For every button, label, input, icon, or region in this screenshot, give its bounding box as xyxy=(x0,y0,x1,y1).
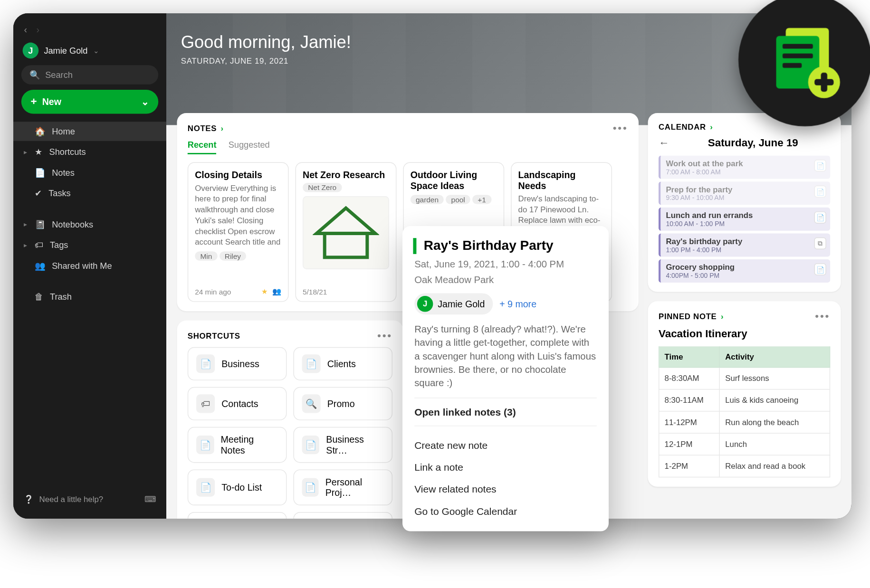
popup-action[interactable]: Go to Google Calendar xyxy=(414,500,597,522)
star-icon: ★ xyxy=(261,287,268,296)
pinned-note-panel: PINNED NOTE› ••• Vacation Itinerary Time… xyxy=(648,301,841,487)
more-attendees-link[interactable]: + 9 more xyxy=(499,299,536,309)
event-note-icon[interactable]: 📄 xyxy=(814,186,826,198)
calendar-event[interactable]: Grocery shopping4:00PM - 5:00 PM📄 xyxy=(659,259,830,283)
note-tag: +1 xyxy=(472,195,491,204)
people-icon: 👥 xyxy=(35,261,45,271)
nav-trash[interactable]: 🗑Trash xyxy=(13,287,166,307)
event-time: 7:00 AM - 8:00 AM xyxy=(666,168,825,175)
nav-back-icon[interactable]: ‹ xyxy=(24,24,27,34)
event-note-icon[interactable]: 📄 xyxy=(814,211,826,223)
tab-suggested[interactable]: Suggested xyxy=(229,140,270,154)
new-button[interactable]: +New ⌄ xyxy=(21,90,158,114)
plus-icon: + xyxy=(30,96,37,108)
nav-tasks[interactable]: ✔Tasks xyxy=(13,183,166,203)
calendar-date: Saturday, June 19 xyxy=(676,137,830,149)
shortcut-item[interactable]: 📄Personal Proj… xyxy=(293,469,392,505)
attendee-pill[interactable]: JJamie Gold xyxy=(414,293,493,314)
event-note-icon[interactable]: 📄 xyxy=(814,160,826,171)
note-card[interactable]: Net Zero ResearchNet Zero5/18/21 xyxy=(296,162,397,302)
calendar-event[interactable]: Ray's birthday party1:00 PM - 4:00 PM⧉ xyxy=(659,233,830,256)
calendar-event[interactable]: Prep for the party9:30 AM - 10:00 AM📄 xyxy=(659,181,830,205)
note-icon: 📄 xyxy=(196,478,215,497)
itinerary-table: TimeActivity 8-8:30AMSurf lessons8:30-11… xyxy=(659,346,830,477)
help-link[interactable]: ❔Need a little help? ⌨ xyxy=(13,488,166,511)
add-note-icon xyxy=(765,20,845,100)
search-icon: 🔍 xyxy=(29,70,40,80)
calendar-event[interactable]: Lunch and run errands10:00 AM - 1:00 PM📄 xyxy=(659,208,830,231)
shortcut-item[interactable]: 📄Business xyxy=(188,347,287,380)
nav-notes[interactable]: 📄Notes xyxy=(13,163,166,182)
note-tag: Min xyxy=(195,251,217,261)
nav-notebooks[interactable]: ▸📓Notebooks xyxy=(13,215,166,234)
chevron-down-icon: ⌄ xyxy=(93,46,99,55)
nav-arrows: ‹ › xyxy=(13,21,166,43)
table-header: Activity xyxy=(719,347,830,367)
event-time: 9:30 AM - 10:00 AM xyxy=(666,194,825,201)
more-icon[interactable]: ••• xyxy=(377,330,392,341)
note-icon: 📄 xyxy=(302,354,321,373)
more-icon[interactable]: ••• xyxy=(613,123,628,134)
tab-recent[interactable]: Recent xyxy=(188,140,217,154)
popup-title: Ray's Birthday Party xyxy=(414,238,597,253)
nav-shortcuts[interactable]: ▸★Shortcuts xyxy=(13,142,166,162)
shortcut-item[interactable]: 📄Clients xyxy=(293,347,392,380)
note-icon: 📄 xyxy=(196,436,214,454)
note-icon: 📄 xyxy=(302,478,319,497)
svg-rect-9 xyxy=(814,79,833,85)
chevron-right-icon: › xyxy=(221,123,224,133)
new-label: New xyxy=(42,96,61,107)
shortcut-item[interactable]: 📄Business Str… xyxy=(293,427,392,463)
calendar-back-icon[interactable]: ← xyxy=(659,137,669,149)
popup-action[interactable]: Create new note xyxy=(414,435,597,456)
shortcut-item[interactable]: 🔍Promo xyxy=(293,387,392,420)
nav-forward-icon[interactable]: › xyxy=(37,24,40,34)
search-icon: 🔍 xyxy=(302,394,321,413)
search-input[interactable]: 🔍 Search xyxy=(21,65,158,85)
note-title: Outdoor Living Space Ideas xyxy=(411,170,497,191)
search-placeholder: Search xyxy=(45,70,73,80)
note-icon: 📄 xyxy=(35,168,45,178)
calendar-event[interactable]: Work out at the park7:00 AM - 8:00 AM📄 xyxy=(659,156,830,179)
shortcut-item[interactable]: 🔍Maui xyxy=(188,512,287,519)
note-icon: 📄 xyxy=(196,354,215,373)
chevron-right-icon: › xyxy=(721,312,724,322)
notes-title[interactable]: NOTES› xyxy=(188,123,224,133)
open-linked-notes-button[interactable]: Open linked notes (3) xyxy=(414,407,597,418)
question-icon: ❔ xyxy=(24,495,34,504)
pinned-title[interactable]: PINNED NOTE› xyxy=(659,312,724,322)
note-card[interactable]: Closing DetailsOverview Everything is he… xyxy=(188,162,289,302)
note-title: Net Zero Research xyxy=(303,170,389,180)
nav-tags[interactable]: ▸🏷Tags xyxy=(13,236,166,255)
more-icon[interactable]: ••• xyxy=(815,311,830,322)
nav-shared[interactable]: 👥Shared with Me xyxy=(13,256,166,275)
profile-row[interactable]: J Jamie Gold ⌄ xyxy=(13,43,166,66)
shortcut-label: Business xyxy=(221,359,259,369)
nav-home[interactable]: 🏠Home xyxy=(13,122,166,141)
shortcut-label: Business Str… xyxy=(326,434,383,455)
calendar-title[interactable]: CALENDAR› xyxy=(659,123,713,132)
event-time: 10:00 AM - 1:00 PM xyxy=(666,220,825,227)
popup-action[interactable]: View related notes xyxy=(414,478,597,500)
accent-bar xyxy=(413,238,416,254)
shortcut-item[interactable]: 📄Meeting Notes xyxy=(188,427,287,463)
keyboard-icon[interactable]: ⌨ xyxy=(144,495,156,504)
avatar: J xyxy=(417,296,433,312)
table-row: 11-12PMRun along the beach xyxy=(659,411,830,433)
shortcut-item[interactable]: 🏷Contacts xyxy=(188,387,287,420)
shortcut-item[interactable]: 📄To-do List xyxy=(188,469,287,505)
add-note-badge[interactable] xyxy=(738,0,870,126)
shortcut-item[interactable]: 🏷Leads xyxy=(293,512,392,519)
event-time: 4:00PM - 5:00 PM xyxy=(666,272,825,279)
popup-description: Ray's turning 8 (already? what!?). We're… xyxy=(414,322,597,390)
event-title: Grocery shopping xyxy=(666,263,825,272)
shortcut-label: Clients xyxy=(327,359,356,369)
shortcut-label: Contacts xyxy=(221,398,258,409)
event-time: 1:00 PM - 4:00 PM xyxy=(666,246,825,253)
star-icon: ★ xyxy=(35,147,43,157)
event-note-icon[interactable]: 📄 xyxy=(814,263,826,275)
event-note-icon[interactable]: ⧉ xyxy=(814,237,826,249)
shortcuts-title: SHORTCUTS xyxy=(188,331,240,341)
popup-action[interactable]: Link a note xyxy=(414,456,597,478)
calendar-panel: CALENDAR› ← Saturday, June 19 Work out a… xyxy=(648,113,841,292)
